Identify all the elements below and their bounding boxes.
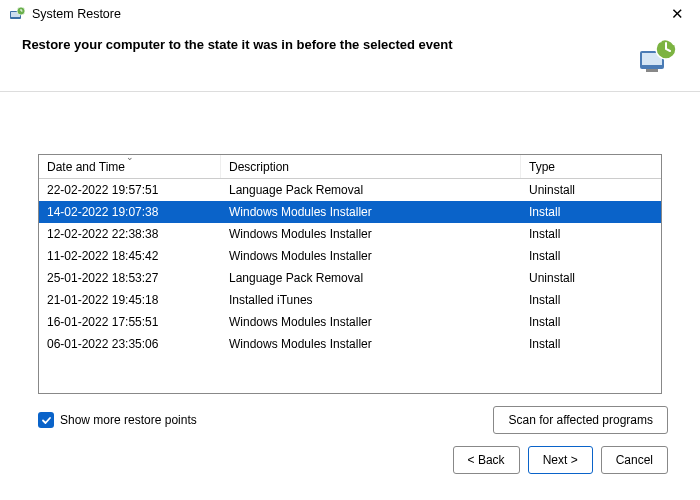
system-restore-icon <box>8 5 26 23</box>
cell-description: Windows Modules Installer <box>221 333 521 355</box>
close-button[interactable]: ✕ <box>663 4 692 23</box>
cell-type: Uninstall <box>521 179 661 201</box>
window-title: System Restore <box>32 7 121 21</box>
table-row[interactable]: 16-01-2022 17:55:51Windows Modules Insta… <box>39 311 661 333</box>
next-button[interactable]: Next > <box>528 446 593 474</box>
cancel-button[interactable]: Cancel <box>601 446 668 474</box>
cell-description: Language Pack Removal <box>221 179 521 201</box>
restore-points-table[interactable]: ⌄ Date and Time Description Type 22-02-2… <box>38 154 662 394</box>
table-row[interactable]: 22-02-2022 19:57:51Language Pack Removal… <box>39 179 661 201</box>
table-row[interactable]: 25-01-2022 18:53:27Language Pack Removal… <box>39 267 661 289</box>
cell-date: 06-01-2022 23:35:06 <box>39 333 221 355</box>
sort-desc-icon: ⌄ <box>126 152 134 162</box>
cell-description: Windows Modules Installer <box>221 311 521 333</box>
cell-type: Uninstall <box>521 267 661 289</box>
svg-rect-5 <box>646 69 658 72</box>
table-header: ⌄ Date and Time Description Type <box>39 155 661 179</box>
cell-type: Install <box>521 201 661 223</box>
content-area: ⌄ Date and Time Description Type 22-02-2… <box>0 92 700 394</box>
cell-type: Install <box>521 289 661 311</box>
cell-description: Language Pack Removal <box>221 267 521 289</box>
cell-type: Install <box>521 223 661 245</box>
header: Restore your computer to the state it wa… <box>0 25 700 91</box>
cell-date: 12-02-2022 22:38:38 <box>39 223 221 245</box>
cell-description: Windows Modules Installer <box>221 245 521 267</box>
table-row[interactable]: 21-01-2022 19:45:18Installed iTunesInsta… <box>39 289 661 311</box>
table-row[interactable]: 12-02-2022 22:38:38Windows Modules Insta… <box>39 223 661 245</box>
cell-type: Install <box>521 311 661 333</box>
back-button[interactable]: < Back <box>453 446 520 474</box>
scan-affected-button[interactable]: Scan for affected programs <box>493 406 668 434</box>
cell-date: 11-02-2022 18:45:42 <box>39 245 221 267</box>
col-header-date-label: Date and Time <box>47 160 125 174</box>
table-body: 22-02-2022 19:57:51Language Pack Removal… <box>39 179 661 355</box>
col-header-description[interactable]: Description <box>221 155 521 178</box>
titlebar: System Restore ✕ <box>0 0 700 25</box>
restore-big-icon <box>636 35 678 77</box>
cell-type: Install <box>521 245 661 267</box>
cell-description: Installed iTunes <box>221 289 521 311</box>
cell-description: Windows Modules Installer <box>221 201 521 223</box>
footer-options: Show more restore points Scan for affect… <box>0 394 700 442</box>
cell-type: Install <box>521 333 661 355</box>
table-row[interactable]: 14-02-2022 19:07:38Windows Modules Insta… <box>39 201 661 223</box>
cell-date: 16-01-2022 17:55:51 <box>39 311 221 333</box>
table-row[interactable]: 06-01-2022 23:35:06Windows Modules Insta… <box>39 333 661 355</box>
col-header-type[interactable]: Type <box>521 155 661 178</box>
cell-date: 21-01-2022 19:45:18 <box>39 289 221 311</box>
table-row[interactable]: 11-02-2022 18:45:42Windows Modules Insta… <box>39 245 661 267</box>
cell-date: 14-02-2022 19:07:38 <box>39 201 221 223</box>
col-header-date[interactable]: ⌄ Date and Time <box>39 155 221 178</box>
show-more-checkbox[interactable] <box>38 412 54 428</box>
cell-description: Windows Modules Installer <box>221 223 521 245</box>
wizard-buttons: < Back Next > Cancel <box>0 442 700 484</box>
cell-date: 25-01-2022 18:53:27 <box>39 267 221 289</box>
cell-date: 22-02-2022 19:57:51 <box>39 179 221 201</box>
show-more-label: Show more restore points <box>60 413 197 427</box>
page-heading: Restore your computer to the state it wa… <box>22 35 628 52</box>
